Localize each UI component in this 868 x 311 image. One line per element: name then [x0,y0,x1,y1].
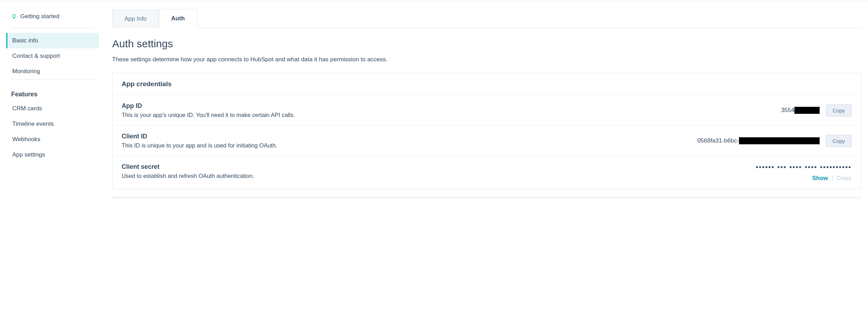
cred-text: Client ID This ID is unique to your app … [122,133,690,149]
page-root: Getting started Basic info Contact & sup… [0,0,868,212]
sidebar-item-label: CRM cards [12,105,42,112]
cred-value-wrap: 0568fa31-b6bc- Copy [697,135,852,147]
main-content: App Info Auth Auth settings These settin… [105,0,868,212]
secret-right: •••••• ••• •••• •••• •••••••••• Show | C… [756,163,852,182]
tab-auth[interactable]: Auth [159,9,197,28]
tab-app-info[interactable]: App Info [112,9,159,28]
sidebar-item-basic-info[interactable]: Basic info [6,33,99,48]
sidebar-item-label: Basic info [12,37,38,44]
page-description: These settings determine how your app co… [112,56,861,63]
lightbulb-icon [11,14,17,19]
cred-desc: This ID is unique to your app and is use… [122,142,690,149]
cred-row-client-id: Client ID This ID is unique to your app … [113,126,861,156]
cred-value-wrap: 3554 Copy [781,104,852,117]
copy-secret-link[interactable]: Copy [837,175,852,182]
tab-label: App Info [124,15,147,22]
sidebar-item-label: Contact & support [12,53,60,59]
redacted-block [794,107,820,114]
cred-title: Client secret [122,163,749,171]
cred-title: Client ID [122,133,690,140]
sidebar-item-label: Monitoring [12,68,40,75]
client-id-prefix: 0568fa31-b6bc- [697,137,739,144]
sidebar-getting-started-label: Getting started [20,13,60,20]
sidebar-separator [11,28,94,28]
next-panel-top [112,197,861,198]
redacted-block [739,137,820,144]
sidebar-separator [11,79,94,80]
copy-client-id-button[interactable]: Copy [826,135,852,147]
cred-row-client-secret: Client secret Used to establish and refr… [113,156,861,189]
sidebar-item-app-settings[interactable]: App settings [6,147,99,163]
cred-row-app-id: App ID This is your app's unique ID. You… [113,95,861,126]
sidebar-item-label: Timeline events [12,120,54,127]
cred-desc: Used to establish and refresh OAuth auth… [122,173,749,179]
sidebar-item-crm-cards[interactable]: CRM cards [6,101,99,116]
sidebar-item-contact-support[interactable]: Contact & support [6,48,99,64]
cred-desc: This is your app's unique ID. You'll nee… [122,112,774,118]
sidebar-item-label: App settings [12,151,45,158]
show-secret-link[interactable]: Show [812,175,828,182]
secret-actions: Show | Copy [812,175,852,182]
tabs: App Info Auth [112,9,861,28]
app-id-prefix: 3554 [781,107,794,114]
page-title: Auth settings [112,38,861,50]
client-id-value: 0568fa31-b6bc- [697,137,820,144]
cred-text: Client secret Used to establish and refr… [122,163,749,179]
sidebar-item-label: Webhooks [12,136,40,143]
app-id-value: 3554 [781,107,820,114]
sidebar-features-heading: Features [6,84,99,101]
copy-app-id-button[interactable]: Copy [826,104,852,117]
sidebar-item-timeline-events[interactable]: Timeline events [6,116,99,132]
action-separator: | [832,175,833,182]
sidebar-item-webhooks[interactable]: Webhooks [6,132,99,147]
cred-text: App ID This is your app's unique ID. You… [122,102,774,118]
panel-heading: App credentials [113,73,861,95]
sidebar-getting-started[interactable]: Getting started [6,10,99,28]
client-secret-masked: •••••• ••• •••• •••• •••••••••• [756,163,852,171]
cred-title: App ID [122,102,774,110]
tab-label: Auth [171,15,185,22]
sidebar-item-monitoring[interactable]: Monitoring [6,64,99,79]
app-credentials-panel: App credentials App ID This is your app'… [112,73,861,189]
sidebar: Getting started Basic info Contact & sup… [0,0,105,212]
